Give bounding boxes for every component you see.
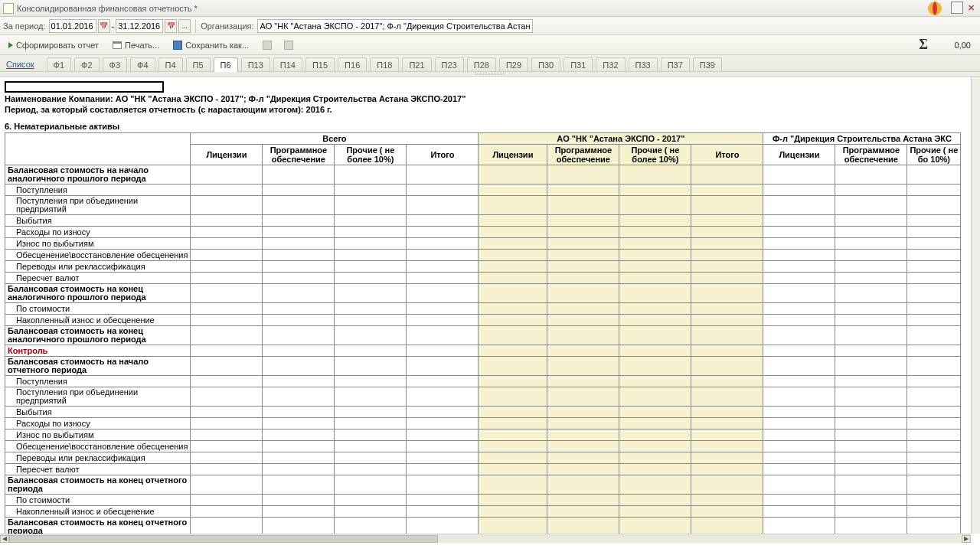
table-row[interactable]: По стоимости — [5, 303, 961, 315]
cell[interactable] — [691, 357, 763, 376]
cell[interactable] — [763, 430, 835, 441]
maximize-icon[interactable] — [951, 2, 963, 14]
cell[interactable] — [907, 357, 961, 376]
cell[interactable] — [691, 261, 763, 273]
cell[interactable] — [619, 506, 691, 518]
cell[interactable] — [691, 464, 763, 475]
cell[interactable] — [907, 430, 961, 441]
cell[interactable] — [263, 407, 335, 418]
cell[interactable] — [479, 345, 547, 357]
cell[interactable] — [479, 464, 547, 475]
cell[interactable] — [547, 227, 619, 238]
cell[interactable] — [191, 284, 263, 303]
table-row[interactable]: Переводы или реклассификация — [5, 261, 961, 273]
cell[interactable] — [407, 387, 479, 407]
tab-П21[interactable]: П21 — [402, 57, 431, 71]
cell[interactable] — [335, 215, 407, 227]
cell[interactable] — [191, 452, 263, 464]
tab-П30[interactable]: П30 — [531, 57, 560, 71]
cell[interactable] — [407, 315, 479, 326]
cell[interactable] — [335, 238, 407, 250]
data-table[interactable]: Всего АО "НК "Астана ЭКСПО - 2017" Ф-л "… — [5, 132, 961, 534]
cell[interactable] — [907, 227, 961, 238]
cell[interactable] — [619, 357, 691, 376]
cell[interactable] — [263, 273, 335, 284]
cell[interactable] — [335, 261, 407, 273]
cell[interactable] — [619, 407, 691, 418]
cell[interactable] — [835, 518, 907, 534]
cell[interactable] — [191, 165, 263, 185]
cell[interactable] — [907, 452, 961, 464]
cell[interactable] — [479, 227, 547, 238]
cell[interactable] — [907, 284, 961, 303]
cell[interactable] — [263, 185, 335, 196]
scroll-track[interactable] — [9, 535, 962, 543]
cell[interactable] — [691, 284, 763, 303]
extra-button-2[interactable] — [279, 38, 299, 53]
cell[interactable] — [191, 430, 263, 441]
cell[interactable] — [335, 495, 407, 506]
tab-Ф4[interactable]: Ф4 — [130, 57, 155, 71]
cell[interactable] — [479, 357, 547, 376]
cell[interactable] — [835, 430, 907, 441]
cell[interactable] — [479, 315, 547, 326]
cell[interactable] — [619, 215, 691, 227]
cell[interactable] — [191, 227, 263, 238]
cell[interactable] — [263, 387, 335, 407]
cell[interactable] — [335, 326, 407, 345]
cell[interactable] — [619, 250, 691, 261]
cell[interactable] — [263, 227, 335, 238]
cell[interactable] — [619, 475, 691, 495]
tab-П13[interactable]: П13 — [241, 57, 270, 71]
cell[interactable] — [619, 227, 691, 238]
cell[interactable] — [691, 165, 763, 185]
cell[interactable] — [691, 418, 763, 430]
cell[interactable] — [547, 185, 619, 196]
tab-П28[interactable]: П28 — [467, 57, 496, 71]
table-row[interactable]: Поступления — [5, 185, 961, 196]
cell[interactable] — [191, 273, 263, 284]
cell[interactable] — [191, 387, 263, 407]
cell[interactable] — [835, 376, 907, 387]
cell[interactable] — [263, 495, 335, 506]
cell[interactable] — [263, 303, 335, 315]
cell[interactable] — [835, 273, 907, 284]
cell[interactable] — [691, 238, 763, 250]
cell[interactable] — [407, 261, 479, 273]
cell[interactable] — [407, 376, 479, 387]
cell[interactable] — [407, 215, 479, 227]
cell[interactable] — [835, 238, 907, 250]
cell[interactable] — [407, 185, 479, 196]
horizontal-scrollbar[interactable]: ◀ ▶ — [0, 534, 971, 543]
table-row[interactable]: Выбытия — [5, 407, 961, 418]
table-row[interactable]: Балансовая стоимость на начало аналогичн… — [5, 165, 961, 185]
cell[interactable] — [691, 376, 763, 387]
cell[interactable] — [691, 215, 763, 227]
cell[interactable] — [479, 441, 547, 452]
cell[interactable] — [619, 518, 691, 534]
cell[interactable] — [191, 495, 263, 506]
scroll-left-icon[interactable]: ◀ — [0, 535, 9, 543]
table-row[interactable]: Износ по выбытиям — [5, 238, 961, 250]
cell[interactable] — [547, 196, 619, 215]
cell[interactable] — [335, 518, 407, 534]
cell[interactable] — [907, 326, 961, 345]
table-row[interactable]: Балансовая стоимость на конец отчетного … — [5, 475, 961, 495]
cell[interactable] — [763, 273, 835, 284]
cell[interactable] — [547, 303, 619, 315]
tab-П18[interactable]: П18 — [370, 57, 399, 71]
cell[interactable] — [407, 518, 479, 534]
cell[interactable] — [619, 261, 691, 273]
cell[interactable] — [335, 284, 407, 303]
cell[interactable] — [547, 464, 619, 475]
cell[interactable] — [835, 506, 907, 518]
cell[interactable] — [547, 407, 619, 418]
calendar-to-icon[interactable]: 📅 — [165, 19, 177, 33]
tab-П23[interactable]: П23 — [435, 57, 464, 71]
cell[interactable] — [763, 238, 835, 250]
tab-П4[interactable]: П4 — [158, 57, 183, 71]
cell[interactable] — [763, 407, 835, 418]
table-row[interactable]: Балансовая стоимость на конец аналогично… — [5, 284, 961, 303]
tab-П33[interactable]: П33 — [629, 57, 658, 71]
cell[interactable] — [619, 315, 691, 326]
